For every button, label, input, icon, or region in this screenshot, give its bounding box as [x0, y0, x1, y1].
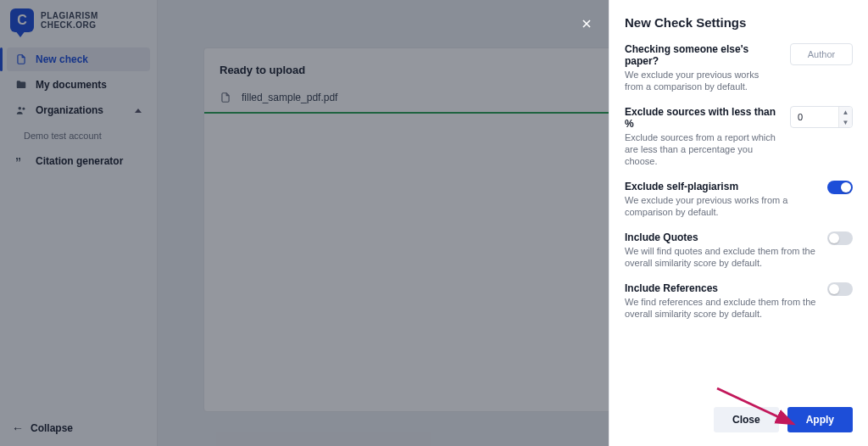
setting-title: Include References: [625, 282, 817, 294]
setting-exclude-self-plagiarism: Exclude self-plagiarism We exclude your …: [625, 181, 853, 218]
setting-desc: We will find quotes and exclude them fro…: [625, 245, 817, 269]
include-quotes-toggle[interactable]: [827, 231, 853, 245]
setting-desc: Exclude sources from a report which are …: [625, 131, 780, 167]
apply-button[interactable]: Apply: [787, 407, 853, 432]
setting-title: Include Quotes: [625, 231, 817, 243]
include-references-toggle[interactable]: [827, 282, 853, 296]
settings-drawer: New Check Settings Checking someone else…: [609, 0, 868, 446]
setting-exclude-sources: Exclude sources with less than % Exclude…: [625, 106, 853, 167]
drawer-footer: Close Apply: [609, 397, 868, 446]
close-drawer-button[interactable]: [576, 14, 597, 34]
exclude-percent-stepper[interactable]: ▲ ▼: [790, 106, 853, 128]
setting-desc: We find references and exclude them from…: [625, 296, 817, 320]
close-icon: [580, 17, 593, 31]
exclude-self-plagiarism-toggle[interactable]: [827, 181, 853, 194]
setting-checking-someone-else: Checking someone else's paper? We exclud…: [625, 43, 853, 92]
setting-desc: We exclude your previous works from a co…: [625, 69, 780, 92]
setting-title: Exclude sources with less than %: [625, 106, 780, 130]
setting-include-references: Include References We find references an…: [625, 282, 853, 320]
setting-desc: We exclude your previous works from a co…: [625, 194, 817, 218]
author-selector[interactable]: Author: [790, 43, 853, 65]
setting-title: Checking someone else's paper?: [625, 43, 780, 67]
stepper-down-icon[interactable]: ▼: [838, 117, 852, 127]
settings-list: Checking someone else's paper? We exclud…: [609, 35, 868, 320]
close-button[interactable]: Close: [714, 407, 779, 432]
setting-title: Exclude self-plagiarism: [625, 181, 817, 192]
setting-include-quotes: Include Quotes We will find quotes and e…: [625, 231, 853, 269]
stepper-up-icon[interactable]: ▲: [838, 107, 852, 117]
drawer-title: New Check Settings: [609, 0, 868, 35]
